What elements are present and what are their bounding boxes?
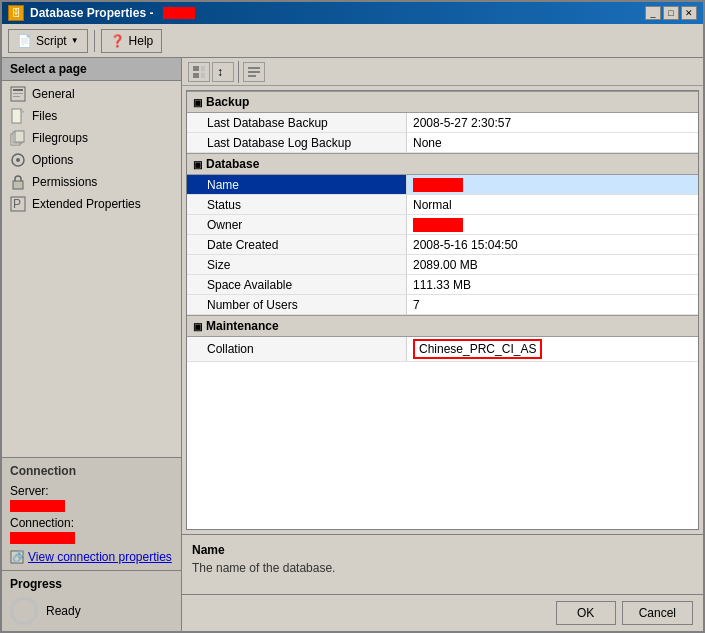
name-row[interactable]: Name: [187, 175, 698, 195]
svg-text:↕: ↕: [217, 65, 223, 79]
name-label: Name: [187, 175, 407, 194]
another-button[interactable]: [243, 62, 265, 82]
ok-button[interactable]: OK: [556, 601, 616, 625]
backup-section-header: ▣ Backup: [187, 91, 698, 113]
connection-row: Connection:: [10, 516, 173, 544]
last-log-backup-row: Last Database Log Backup None: [187, 133, 698, 153]
date-created-label: Date Created: [187, 235, 407, 254]
maximize-button[interactable]: □: [663, 6, 679, 20]
database-section-header: ▣ Database: [187, 153, 698, 175]
view-list-button[interactable]: [188, 62, 210, 82]
svg-rect-3: [13, 96, 20, 97]
svg-rect-1: [13, 89, 23, 91]
window-title: Database Properties -: [30, 6, 153, 20]
last-log-backup-label: Last Database Log Backup: [187, 133, 407, 152]
database-title: Database: [206, 157, 259, 171]
sidebar-item-permissions[interactable]: Permissions: [2, 171, 181, 193]
space-available-value: 111.33 MB: [407, 275, 698, 294]
filegroups-icon: [10, 130, 26, 146]
script-icon: 📄: [17, 34, 32, 48]
maintenance-title: Maintenance: [206, 319, 279, 333]
collation-row: Collation Chinese_PRC_CI_AS: [187, 337, 698, 362]
sidebar-label-filegroups: Filegroups: [32, 131, 88, 145]
sidebar-label-files: Files: [32, 109, 57, 123]
last-log-backup-value: None: [407, 133, 698, 152]
help-label: Help: [129, 34, 154, 48]
backup-toggle[interactable]: ▣: [193, 97, 202, 108]
name-value: [407, 175, 698, 194]
description-text: The name of the database.: [192, 561, 693, 575]
progress-spinner: [10, 597, 38, 625]
svg-marker-5: [21, 109, 24, 112]
connection-label: Connection:: [10, 516, 74, 530]
size-label: Size: [187, 255, 407, 274]
progress-box: Progress Ready: [2, 570, 181, 631]
maintenance-section-header: ▣ Maintenance: [187, 315, 698, 337]
sidebar-label-general: General: [32, 87, 75, 101]
sidebar-item-general[interactable]: General: [2, 83, 181, 105]
sidebar-item-extended-properties[interactable]: P Extended Properties: [2, 193, 181, 215]
sidebar-item-options[interactable]: Options: [2, 149, 181, 171]
sidebar-label-options: Options: [32, 153, 73, 167]
select-page-header: Select a page: [2, 58, 181, 81]
num-users-value: 7: [407, 295, 698, 314]
database-toggle[interactable]: ▣: [193, 159, 202, 170]
date-created-row: Date Created 2008-5-16 15:04:50: [187, 235, 698, 255]
date-created-value: 2008-5-16 15:04:50: [407, 235, 698, 254]
cancel-button[interactable]: Cancel: [622, 601, 693, 625]
secondary-toolbar: ↕: [182, 58, 703, 86]
svg-point-10: [16, 158, 20, 162]
last-db-backup-value: 2008-5-27 2:30:57: [407, 113, 698, 132]
toolbar-separator: [94, 30, 95, 52]
status-value: Normal: [407, 195, 698, 214]
options-icon: [10, 152, 26, 168]
script-button[interactable]: 📄 Script ▼: [8, 29, 88, 53]
sort-button[interactable]: ↕: [212, 62, 234, 82]
database-properties-window: 🗄 Database Properties - _ □ ✕ 📄 Script ▼…: [0, 0, 705, 633]
svg-text:P: P: [13, 197, 21, 211]
view-link-label: View connection properties: [28, 550, 172, 564]
size-row: Size 2089.00 MB: [187, 255, 698, 275]
description-area: Name The name of the database.: [182, 534, 703, 594]
permissions-icon: [10, 174, 26, 190]
maintenance-toggle[interactable]: ▣: [193, 321, 202, 332]
help-button[interactable]: ❓ Help: [101, 29, 163, 53]
properties-table: ▣ Backup Last Database Backup 2008-5-27 …: [186, 90, 699, 530]
bottom-bar: OK Cancel: [182, 594, 703, 631]
secondary-sep: [238, 61, 239, 83]
window-icon: 🗄: [8, 5, 24, 21]
svg-text:🔗: 🔗: [12, 550, 24, 563]
help-icon: ❓: [110, 34, 125, 48]
svg-rect-11: [13, 181, 23, 189]
connection-value-redacted: [10, 532, 75, 544]
right-panel: ↕ ▣ Backup Last Database Backup 2008-5-2…: [182, 58, 703, 631]
sidebar-item-files[interactable]: Files: [2, 105, 181, 127]
sidebar-label-extended-properties: Extended Properties: [32, 197, 141, 211]
sidebar-item-filegroups[interactable]: Filegroups: [2, 127, 181, 149]
progress-content: Ready: [10, 597, 173, 625]
space-available-label: Space Available: [187, 275, 407, 294]
close-button[interactable]: ✕: [681, 6, 697, 20]
minimize-button[interactable]: _: [645, 6, 661, 20]
server-label: Server:: [10, 484, 49, 498]
title-bar: 🗄 Database Properties - _ □ ✕: [2, 2, 703, 24]
space-available-row: Space Available 111.33 MB: [187, 275, 698, 295]
collation-value: Chinese_PRC_CI_AS: [407, 337, 698, 361]
owner-label: Owner: [187, 215, 407, 234]
general-icon: [10, 86, 26, 102]
description-title: Name: [192, 543, 693, 557]
title-redacted: [163, 7, 195, 19]
svg-rect-18: [201, 66, 205, 71]
script-dropdown-arrow: ▼: [71, 36, 79, 45]
svg-rect-2: [13, 93, 23, 94]
collation-label: Collation: [187, 337, 407, 361]
owner-row: Owner: [187, 215, 698, 235]
num-users-row: Number of Users 7: [187, 295, 698, 315]
main-content: Select a page General Files: [2, 58, 703, 631]
view-connection-link[interactable]: 🔗 View connection properties: [10, 550, 173, 564]
status-row: Status Normal: [187, 195, 698, 215]
svg-rect-17: [193, 73, 199, 78]
svg-rect-4: [12, 109, 21, 123]
svg-rect-19: [201, 73, 205, 78]
connection-title: Connection: [10, 464, 173, 478]
